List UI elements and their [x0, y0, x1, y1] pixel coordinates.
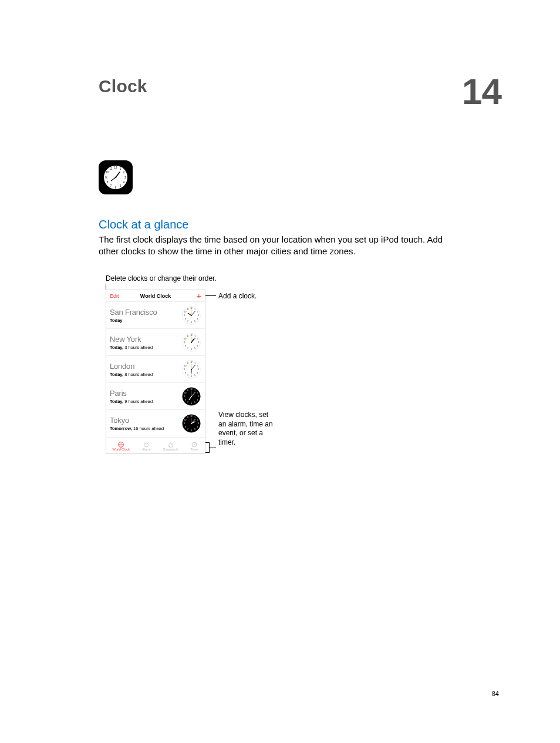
world-clock-icon: [117, 440, 124, 447]
svg-line-107: [148, 442, 149, 443]
svg-text:11: 11: [187, 308, 189, 310]
chapter-header: Clock 14: [99, 76, 501, 107]
city-name: Tokyo: [110, 416, 164, 425]
svg-text:10: 10: [106, 171, 109, 174]
callout-add-label: Add a clock.: [218, 292, 257, 301]
chapter-title: Clock: [99, 76, 147, 96]
callout-bracket: [205, 442, 210, 453]
city-name: San Francisco: [110, 308, 157, 317]
svg-text:11: 11: [187, 416, 189, 419]
svg-point-15: [115, 176, 117, 178]
svg-text:10: 10: [184, 392, 187, 394]
section-title: Clock at a glance: [99, 218, 501, 231]
svg-text:12: 12: [190, 307, 193, 310]
svg-text:12: 12: [190, 361, 193, 364]
page-number: 84: [492, 690, 499, 697]
svg-line-106: [144, 442, 145, 443]
mini-clock-icon: 123456789101112: [181, 413, 201, 433]
tab-stopwatch[interactable]: Stopwatch: [163, 440, 178, 451]
mini-clock-icon: 123456789101112: [181, 332, 201, 352]
svg-text:10: 10: [184, 311, 187, 313]
city-name: London: [110, 362, 153, 371]
tab-label: Alarm: [142, 448, 150, 451]
callout-tabs-label: View clocks, set an alarm, time an event…: [218, 411, 277, 447]
svg-text:11: 11: [187, 362, 189, 364]
callout-edit-label: Delete clocks or change their order.: [106, 274, 217, 283]
add-button[interactable]: +: [197, 292, 201, 300]
clock-row[interactable]: New York Today, 3 hours ahead 1234567891…: [106, 329, 205, 356]
phone-navbar: Edit World Clock +: [106, 290, 205, 302]
tab-label: Stopwatch: [163, 448, 178, 451]
svg-text:12: 12: [114, 166, 117, 169]
svg-text:11: 11: [187, 335, 189, 337]
svg-text:12: 12: [190, 334, 193, 337]
city-name: New York: [110, 335, 153, 344]
svg-point-32: [191, 315, 192, 316]
callout-line: [210, 448, 216, 448]
clock-row[interactable]: San Francisco Today 123456789101112: [106, 302, 205, 329]
tab-bar: World ClockAlarmStopwatchTimer: [106, 437, 205, 453]
svg-text:11: 11: [187, 389, 189, 391]
clock-row[interactable]: London Today, 8 hours ahead 123456789101…: [106, 356, 205, 383]
city-sub: Today, 8 hours ahead: [110, 372, 153, 377]
clock-row[interactable]: Tokyo Tomorrow, 16 hours ahead 123456789…: [106, 410, 205, 437]
callout-tick: [106, 284, 106, 290]
svg-point-83: [191, 396, 192, 397]
timer-icon: [191, 440, 198, 447]
svg-rect-110: [170, 442, 171, 443]
svg-point-66: [191, 369, 192, 370]
tab-alarm[interactable]: Alarm: [142, 440, 150, 451]
mini-clock-icon: 123456789101112: [181, 359, 201, 379]
city-sub: Today, 3 hours ahead: [110, 345, 153, 350]
svg-point-100: [191, 423, 192, 424]
city-sub: Today, 9 hours ahead: [110, 399, 153, 404]
clock-icon: 12 1 2 3 4 5 6 7 8 9 10 11: [102, 163, 130, 191]
tab-label: World Clock: [113, 448, 130, 451]
svg-text:10: 10: [184, 338, 187, 340]
mini-clock-icon: 123456789101112: [181, 305, 201, 325]
tab-timer[interactable]: Timer: [191, 440, 199, 451]
clock-row[interactable]: Paris Today, 9 hours ahead 1234567891011…: [106, 383, 205, 410]
edit-button[interactable]: Edit: [110, 293, 119, 299]
svg-point-49: [191, 342, 192, 343]
tab-label: Timer: [191, 448, 199, 451]
chapter-number: 14: [462, 76, 501, 107]
section-body: The first clock displays the time based …: [99, 234, 463, 258]
stopwatch-icon: [167, 440, 174, 447]
phone-screenshot: Edit World Clock + San Francisco Today 1…: [106, 290, 205, 454]
city-name: Paris: [110, 389, 153, 398]
city-sub: Today: [110, 318, 157, 323]
tab-world-clock[interactable]: World Clock: [113, 440, 130, 451]
svg-text:12: 12: [190, 388, 193, 391]
callout-line: [205, 295, 216, 296]
svg-text:12: 12: [190, 415, 193, 418]
mini-clock-icon: 123456789101112: [181, 386, 201, 406]
svg-text:10: 10: [184, 419, 187, 421]
app-icon: 12 1 2 3 4 5 6 7 8 9 10 11: [99, 160, 501, 194]
svg-line-109: [171, 445, 172, 446]
city-sub: Tomorrow, 16 hours ahead: [110, 426, 164, 431]
svg-text:11: 11: [109, 167, 113, 170]
svg-text:10: 10: [184, 365, 187, 367]
nav-title: World Clock: [140, 293, 171, 299]
alarm-icon: [143, 440, 150, 447]
